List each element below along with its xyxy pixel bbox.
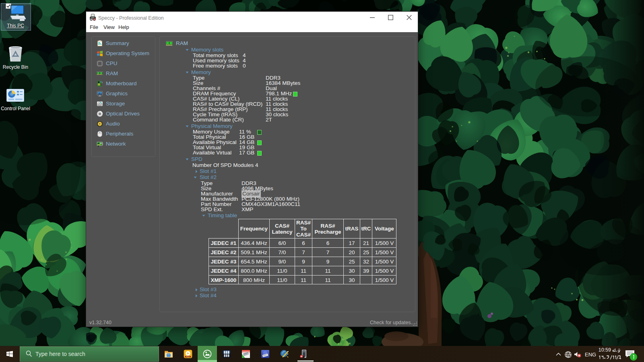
svg-text:Player: Player: [186, 356, 190, 358]
